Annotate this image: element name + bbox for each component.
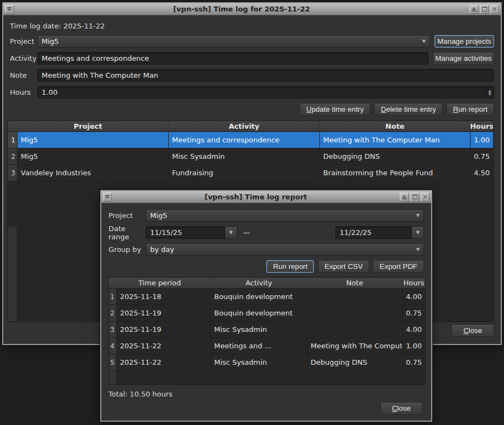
group-by-combobox[interactable]: by day ▼ [146,243,424,256]
report-window-titlebar[interactable]: [vpn-ssh] Time log report ✕ [101,191,431,203]
cell-activity: Misc Sysadmin [211,354,307,370]
cell-activity: Meetings and ... [211,338,307,354]
report-project-combobox-value: Mig5 [150,211,167,220]
group-by-row: Group by by day ▼ [108,243,424,256]
report-table-body: 1 2025-11-18 Bouquin development 4.00 2 … [109,289,425,371]
row-number: 1 [109,289,117,305]
activity-row: Activity Meetings and correspondence Man… [10,52,494,65]
report-maximize-button[interactable] [410,193,419,202]
report-table-row[interactable]: 3 2025-11-19 Misc Sysadmin 4.00 [109,321,425,338]
report-table-row[interactable]: 1 2025-11-18 Bouquin development 4.00 [109,289,425,305]
window-menu-button[interactable] [5,5,14,14]
date-from-picker[interactable]: 11/15/25 ▼ [146,226,237,239]
date-to-picker[interactable]: 11/22/25 ▼ [335,226,424,239]
report-window: [vpn-ssh] Time log report ✕ Project Mig5… [100,190,432,422]
report-table-row[interactable]: 4 2025-11-22 Meetings and ... Meeting wi… [109,338,425,354]
chevron-down-icon: ▼ [419,39,426,44]
report-actions: Run report Export CSV Export PDF [266,260,424,273]
cell-hours: 4.00 [403,289,425,305]
export-csv-button[interactable]: Export CSV [318,260,369,273]
note-label: Note [10,71,37,79]
hours-spin-buttons[interactable]: ▲ ▼ [485,86,494,99]
main-window-title: [vpn-ssh] Time log for 2025-11-22 [15,5,468,13]
report-footer-actions: Close [380,402,422,415]
activity-input-value: Meetings and correspondence [42,54,149,62]
report-close-button[interactable]: Close [380,402,422,415]
cell-note: Debugging DNS [307,354,403,370]
date-range-label: Date range [108,225,146,241]
cell-activity: Bouquin development [211,289,307,305]
cell-project: Mig5 [18,148,169,164]
row-number: 4 [109,338,117,354]
report-shade-button[interactable] [400,193,409,202]
date-to-dropdown-button[interactable]: ▼ [412,226,424,239]
cell-hours: 0.75 [471,148,493,164]
main-close-button[interactable]: Close [451,324,494,337]
cell-note [307,305,403,321]
report-project-combobox[interactable]: Mig5 ▼ [146,209,424,222]
project-combobox[interactable]: Mig5 ▼ [37,35,430,48]
main-window-titlebar[interactable]: [vpn-ssh] Time log for 2025-11-22 ✕ [3,3,501,15]
delete-time-entry-button[interactable]: Delete time entry [374,103,443,116]
date-from-input[interactable]: 11/15/25 [146,226,225,239]
date-from-dropdown-button[interactable]: ▼ [225,226,237,239]
row-number: 3 [8,165,18,181]
date-to-value: 11/22/25 [340,228,371,237]
close-icon: ✕ [492,7,497,12]
column-header-hours[interactable]: Hours [403,278,425,288]
cell-note: Meeting with The Computer... [307,338,403,354]
cell-time-period: 2025-11-22 [117,338,211,354]
cell-time-period: 2025-11-18 [117,289,211,305]
column-header-note[interactable]: Note [307,278,403,288]
column-header-note[interactable]: Note [320,121,471,131]
report-table-row[interactable]: 5 2025-11-22 Misc Sysadmin Debugging DNS… [109,354,425,371]
report-table-header: Time period Activity Note Hours [109,278,425,289]
cell-activity: Bouquin development [211,305,307,321]
note-input[interactable]: Meeting with The Computer Man [37,69,494,82]
cell-hours: 1.00 [471,132,493,148]
cell-project: Mig5 [18,132,169,148]
time-log-table-row[interactable]: 3 Vandeley Industries Fundraising Brains… [8,165,493,181]
cell-hours: 0.75 [403,354,425,370]
column-header-activity[interactable]: Activity [169,121,320,131]
cell-note [307,321,403,337]
cell-note: Meeting with The Computer Man [320,132,471,148]
run-report-button[interactable]: Run report [446,103,494,116]
main-shade-button[interactable] [469,5,478,14]
update-time-entry-button[interactable]: Update time entry [300,103,370,116]
cell-time-period: 2025-11-22 [117,354,211,370]
cell-activity: Misc Sysadmin [169,148,320,164]
row-number: 2 [8,148,18,164]
main-close-window-button[interactable]: ✕ [490,5,499,14]
report-window-menu-button[interactable] [103,193,112,202]
note-input-value: Meeting with The Computer Man [42,71,158,79]
report-run-report-button[interactable]: Run report [266,260,314,273]
time-log-table-row[interactable]: 1 Mig5 Meetings and correspondence Meeti… [8,132,493,148]
project-label: Project [10,37,37,45]
report-table-row[interactable]: 2 2025-11-19 Bouquin development 0.75 [109,305,425,321]
export-pdf-button[interactable]: Export PDF [373,260,424,273]
column-header-activity[interactable]: Activity [211,278,307,288]
date-range-row: Date range 11/15/25 ▼ — 11/22/25 ▼ [108,226,424,239]
cell-time-period: 2025-11-19 [117,305,211,321]
hours-row: Hours 1.00 ▲ ▼ [10,86,494,99]
main-maximize-button[interactable] [480,5,489,14]
activity-input[interactable]: Meetings and correspondence [37,52,428,65]
project-combobox-value: Mig5 [42,37,59,45]
note-row: Note Meeting with The Computer Man [10,69,494,82]
maximize-icon [482,7,487,12]
report-window-title: [vpn-ssh] Time log report [113,193,398,201]
spin-down-icon: ▼ [489,93,491,96]
column-header-hours[interactable]: Hours [471,121,493,131]
hours-spinbox[interactable]: 1.00 ▲ ▼ [37,86,494,99]
column-header-project[interactable]: Project [8,121,169,131]
date-to-input[interactable]: 11/22/25 [335,226,412,239]
column-header-time-period[interactable]: Time period [109,278,211,288]
cell-note: Brainstorming the People Fund [320,165,471,181]
report-close-window-button[interactable]: ✕ [421,193,429,202]
manage-projects-button[interactable]: Manage projects [434,35,494,48]
manage-activities-button[interactable]: Manage activities [433,52,494,65]
row-number: 3 [109,321,117,337]
project-row: Project Mig5 ▼ Manage projects [10,35,494,48]
time-log-table-row[interactable]: 2 Mig5 Misc Sysadmin Debugging DNS 0.75 [8,148,493,165]
